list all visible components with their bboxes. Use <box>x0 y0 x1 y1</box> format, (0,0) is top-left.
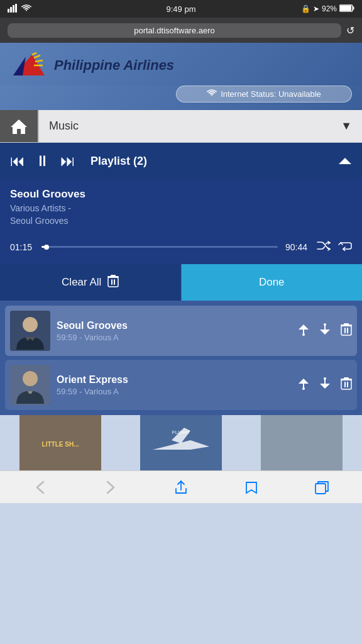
item-thumbnail-2 <box>10 365 50 405</box>
bottom-thumb-3[interactable] <box>241 415 362 470</box>
address-bar: portal.dtisoftware.aero ↺ <box>0 18 362 43</box>
location-icon: ➤ <box>313 4 319 13</box>
airline-header: Philippine Airlines <box>0 43 362 86</box>
wifi-icon <box>21 4 31 14</box>
svg-text:LITTLE SH...: LITTLE SH... <box>42 441 79 448</box>
item-up-button-1[interactable] <box>298 323 309 339</box>
status-left <box>8 4 31 14</box>
action-buttons: Clear All Done <box>0 264 362 301</box>
progress-bar[interactable] <box>41 246 278 248</box>
item-info-1: Seoul Grooves 59:59 - Various A <box>57 320 292 342</box>
svg-rect-29 <box>344 328 346 333</box>
forward-button[interactable] <box>95 474 126 501</box>
svg-point-34 <box>23 371 38 386</box>
svg-marker-22 <box>299 325 309 330</box>
item-down-button-2[interactable] <box>319 377 331 393</box>
battery-icon <box>339 4 354 14</box>
svg-point-24 <box>302 333 305 336</box>
url-field[interactable]: portal.dtisoftware.aero <box>8 23 341 38</box>
svg-rect-15 <box>108 277 118 287</box>
svg-rect-43 <box>347 382 348 387</box>
svg-marker-27 <box>320 330 330 335</box>
svg-line-9 <box>32 53 36 55</box>
track-subtitle: Various Artists - Seoul Grooves <box>10 203 352 227</box>
svg-rect-16 <box>111 279 112 285</box>
reload-button[interactable]: ↺ <box>346 25 354 36</box>
pause-button[interactable]: ⏸ <box>35 152 50 170</box>
playlist-item: Orient Express 59:59 - Various A <box>5 360 357 410</box>
item-subtitle-2: 59:59 - Various A <box>57 387 292 396</box>
total-time: 90:44 <box>285 242 309 252</box>
status-bar: 9:49 pm 🔒 ➤ 92% <box>0 0 362 18</box>
svg-rect-30 <box>347 328 348 333</box>
svg-rect-32 <box>344 323 349 325</box>
svg-point-39 <box>324 377 326 380</box>
internet-status-text: Internet Status: Unavailable <box>221 89 321 99</box>
wifi-status-icon <box>207 89 217 99</box>
airline-name: Philippine Airlines <box>54 57 174 74</box>
player-controls: ⏮ ⏸ ⏭ Playlist (2) <box>0 143 362 179</box>
share-button[interactable] <box>165 474 197 501</box>
shuffle-button[interactable] <box>317 240 331 254</box>
svg-rect-41 <box>341 380 351 389</box>
airline-logo <box>10 52 48 79</box>
playlist-item: Seoul Grooves 59:59 - Various A <box>5 306 357 356</box>
progress-thumb <box>44 245 49 250</box>
svg-point-26 <box>324 323 326 326</box>
done-button[interactable]: Done <box>182 264 363 301</box>
item-info-2: Orient Express 59:59 - Various A <box>57 374 292 396</box>
internet-status-pill: Internet Status: Unavailable <box>176 86 352 103</box>
item-down-button-1[interactable] <box>319 323 331 339</box>
clear-all-button[interactable]: Clear All <box>0 264 182 301</box>
item-delete-button-1[interactable] <box>341 323 352 339</box>
nav-dropdown-button[interactable]: ▼ <box>331 119 362 133</box>
battery-percent: 92% <box>322 4 337 13</box>
item-delete-button-2[interactable] <box>341 377 352 393</box>
svg-rect-3 <box>15 4 17 13</box>
nav-bar: Music ▼ <box>0 110 362 143</box>
svg-rect-51 <box>315 484 326 494</box>
svg-rect-50 <box>261 415 343 470</box>
status-time: 9:49 pm <box>167 4 196 14</box>
playlist-label: Playlist (2) <box>90 155 328 168</box>
svg-point-21 <box>23 317 38 332</box>
safari-bottom-bar <box>0 470 362 503</box>
trash-icon <box>107 275 119 290</box>
item-title-2: Orient Express <box>57 374 292 386</box>
done-label: Done <box>259 276 285 289</box>
svg-rect-5 <box>353 6 354 9</box>
current-time: 01:15 <box>10 242 34 252</box>
svg-line-10 <box>34 55 40 58</box>
repeat-button[interactable] <box>338 240 352 254</box>
internet-status-bar: Internet Status: Unavailable <box>0 86 362 110</box>
tabs-button[interactable] <box>306 474 337 501</box>
back-button[interactable] <box>25 474 56 501</box>
playlist-section: Seoul Grooves 59:59 - Various A <box>0 301 362 415</box>
svg-rect-2 <box>13 5 14 13</box>
chevron-up-button[interactable] <box>338 154 352 169</box>
home-button[interactable] <box>0 110 38 142</box>
svg-line-11 <box>35 60 43 62</box>
bottom-thumb-1[interactable]: LITTLE SH... <box>0 415 121 470</box>
svg-rect-6 <box>340 6 351 11</box>
bottom-content: LITTLE SH... FLIGHT <box>0 415 362 470</box>
svg-marker-14 <box>339 158 351 164</box>
svg-rect-45 <box>344 377 349 379</box>
svg-rect-19 <box>111 275 116 277</box>
item-controls-1 <box>298 323 352 339</box>
item-up-button-2[interactable] <box>298 377 309 393</box>
track-info: Seoul Grooves Various Artists - Seoul Gr… <box>0 179 362 233</box>
item-controls-2 <box>298 377 352 393</box>
next-button[interactable]: ⏭ <box>60 152 75 170</box>
svg-marker-35 <box>299 379 309 384</box>
track-title: Seoul Grooves <box>10 188 352 201</box>
nav-music-label: Music <box>39 119 331 133</box>
bookmarks-button[interactable] <box>236 474 267 501</box>
svg-point-37 <box>302 387 305 390</box>
svg-marker-40 <box>320 384 330 389</box>
prev-button[interactable]: ⏮ <box>10 152 25 170</box>
svg-rect-0 <box>8 9 9 13</box>
bottom-thumb-2[interactable]: FLIGHT <box>121 415 241 470</box>
svg-marker-13 <box>11 119 27 134</box>
svg-rect-17 <box>114 279 115 285</box>
